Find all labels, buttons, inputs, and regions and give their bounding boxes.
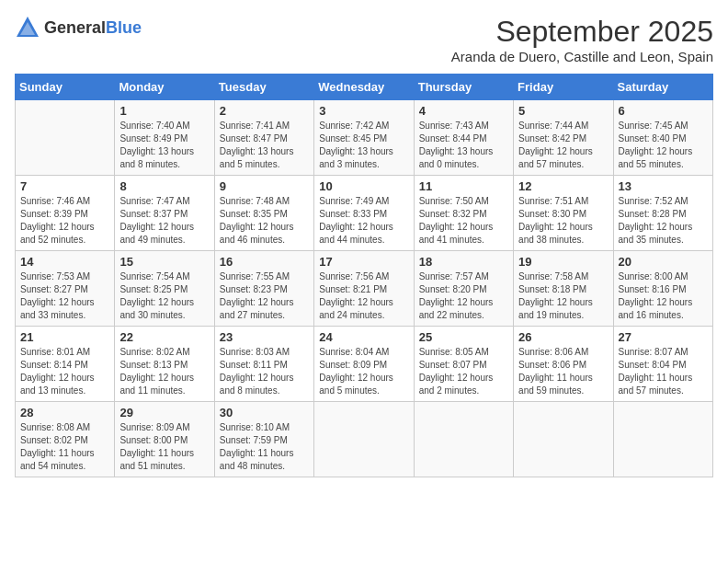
day-info: Sunrise: 7:58 AMSunset: 8:18 PMDaylight:…: [518, 270, 608, 322]
calendar-cell: [414, 402, 513, 477]
location: Aranda de Duero, Castille and Leon, Spai…: [451, 49, 713, 64]
col-header-saturday: Saturday: [613, 75, 712, 100]
calendar-cell: 1Sunrise: 7:40 AMSunset: 8:49 PMDaylight…: [115, 100, 214, 176]
day-info: Sunrise: 8:10 AMSunset: 7:59 PMDaylight:…: [220, 421, 309, 473]
day-info: Sunrise: 7:55 AMSunset: 8:23 PMDaylight:…: [220, 270, 309, 322]
logo-icon: [15, 15, 40, 40]
day-number: 18: [419, 255, 508, 269]
calendar-cell: 24Sunrise: 8:04 AMSunset: 8:09 PMDayligh…: [314, 327, 414, 402]
day-info: Sunrise: 7:45 AMSunset: 8:40 PMDaylight:…: [619, 120, 708, 171]
day-number: 15: [119, 255, 209, 269]
page-header: GeneralBlue September 2025 Aranda de Due…: [15, 15, 713, 64]
day-number: 27: [619, 330, 708, 344]
day-number: 28: [20, 406, 109, 419]
day-number: 8: [119, 179, 209, 193]
calendar-cell: 16Sunrise: 7:55 AMSunset: 8:23 PMDayligh…: [214, 251, 313, 327]
calendar-cell: 9Sunrise: 7:48 AMSunset: 8:35 PMDaylight…: [214, 176, 313, 251]
day-info: Sunrise: 7:47 AMSunset: 8:37 PMDaylight:…: [119, 195, 209, 247]
calendar-cell: [314, 402, 414, 477]
day-info: Sunrise: 7:52 AMSunset: 8:28 PMDaylight:…: [619, 195, 708, 247]
day-number: 12: [518, 179, 608, 193]
day-number: 3: [319, 104, 408, 118]
calendar-cell: [613, 402, 712, 477]
calendar-cell: 17Sunrise: 7:56 AMSunset: 8:21 PMDayligh…: [314, 251, 414, 327]
day-number: 23: [220, 330, 309, 344]
day-info: Sunrise: 7:51 AMSunset: 8:30 PMDaylight:…: [518, 195, 608, 247]
col-header-sunday: Sunday: [16, 75, 115, 100]
week-row-4: 21Sunrise: 8:01 AMSunset: 8:14 PMDayligh…: [16, 327, 713, 402]
calendar-cell: 18Sunrise: 7:57 AMSunset: 8:20 PMDayligh…: [414, 251, 513, 327]
day-info: Sunrise: 7:49 AMSunset: 8:33 PMDaylight:…: [319, 195, 408, 247]
day-info: Sunrise: 7:48 AMSunset: 8:35 PMDaylight:…: [220, 195, 309, 247]
day-number: 6: [619, 104, 708, 118]
header-row: SundayMondayTuesdayWednesdayThursdayFrid…: [16, 75, 713, 100]
day-info: Sunrise: 8:02 AMSunset: 8:13 PMDaylight:…: [119, 346, 209, 397]
calendar-cell: 19Sunrise: 7:58 AMSunset: 8:18 PMDayligh…: [514, 251, 613, 327]
day-number: 29: [119, 406, 209, 419]
calendar-cell: 3Sunrise: 7:42 AMSunset: 8:45 PMDaylight…: [314, 100, 414, 176]
day-number: 21: [20, 330, 109, 344]
col-header-monday: Monday: [115, 75, 214, 100]
day-info: Sunrise: 8:03 AMSunset: 8:11 PMDaylight:…: [220, 346, 309, 397]
day-number: 9: [220, 179, 309, 193]
day-info: Sunrise: 7:50 AMSunset: 8:32 PMDaylight:…: [419, 195, 508, 247]
day-number: 17: [319, 255, 408, 269]
day-info: Sunrise: 8:05 AMSunset: 8:07 PMDaylight:…: [419, 346, 508, 397]
day-info: Sunrise: 7:46 AMSunset: 8:39 PMDaylight:…: [20, 195, 109, 247]
calendar-cell: 4Sunrise: 7:43 AMSunset: 8:44 PMDaylight…: [414, 100, 513, 176]
day-number: 10: [319, 179, 408, 193]
week-row-5: 28Sunrise: 8:08 AMSunset: 8:02 PMDayligh…: [16, 402, 713, 477]
day-info: Sunrise: 8:08 AMSunset: 8:02 PMDaylight:…: [20, 421, 109, 473]
day-number: 25: [419, 330, 508, 344]
day-info: Sunrise: 8:09 AMSunset: 8:00 PMDaylight:…: [119, 421, 209, 473]
calendar-cell: 10Sunrise: 7:49 AMSunset: 8:33 PMDayligh…: [314, 176, 414, 251]
day-info: Sunrise: 8:06 AMSunset: 8:06 PMDaylight:…: [518, 346, 608, 397]
calendar-cell: [514, 402, 613, 477]
calendar-cell: 15Sunrise: 7:54 AMSunset: 8:25 PMDayligh…: [115, 251, 214, 327]
day-info: Sunrise: 7:40 AMSunset: 8:49 PMDaylight:…: [119, 120, 209, 171]
day-number: 4: [419, 104, 508, 118]
day-number: 30: [220, 406, 309, 419]
calendar-cell: 11Sunrise: 7:50 AMSunset: 8:32 PMDayligh…: [414, 176, 513, 251]
calendar-cell: 28Sunrise: 8:08 AMSunset: 8:02 PMDayligh…: [16, 402, 115, 477]
calendar-cell: 21Sunrise: 8:01 AMSunset: 8:14 PMDayligh…: [16, 327, 115, 402]
day-number: 7: [20, 179, 109, 193]
day-info: Sunrise: 7:57 AMSunset: 8:20 PMDaylight:…: [419, 270, 508, 322]
calendar-cell: 25Sunrise: 8:05 AMSunset: 8:07 PMDayligh…: [414, 327, 513, 402]
week-row-2: 7Sunrise: 7:46 AMSunset: 8:39 PMDaylight…: [16, 176, 713, 251]
calendar-cell: 23Sunrise: 8:03 AMSunset: 8:11 PMDayligh…: [214, 327, 313, 402]
day-info: Sunrise: 7:56 AMSunset: 8:21 PMDaylight:…: [319, 270, 408, 322]
calendar-cell: 26Sunrise: 8:06 AMSunset: 8:06 PMDayligh…: [514, 327, 613, 402]
week-row-3: 14Sunrise: 7:53 AMSunset: 8:27 PMDayligh…: [16, 251, 713, 327]
day-info: Sunrise: 7:43 AMSunset: 8:44 PMDaylight:…: [419, 120, 508, 171]
calendar-cell: 22Sunrise: 8:02 AMSunset: 8:13 PMDayligh…: [115, 327, 214, 402]
day-number: 16: [220, 255, 309, 269]
day-number: 22: [119, 330, 209, 344]
logo-text: GeneralBlue: [44, 18, 142, 38]
calendar-table: SundayMondayTuesdayWednesdayThursdayFrid…: [15, 74, 713, 477]
day-number: 24: [319, 330, 408, 344]
day-number: 1: [119, 104, 209, 118]
day-info: Sunrise: 7:41 AMSunset: 8:47 PMDaylight:…: [220, 120, 309, 171]
day-number: 11: [419, 179, 508, 193]
calendar-cell: 29Sunrise: 8:09 AMSunset: 8:00 PMDayligh…: [115, 402, 214, 477]
logo: GeneralBlue: [15, 15, 142, 40]
calendar-cell: 30Sunrise: 8:10 AMSunset: 7:59 PMDayligh…: [214, 402, 313, 477]
day-info: Sunrise: 7:54 AMSunset: 8:25 PMDaylight:…: [119, 270, 209, 322]
logo-general: General: [44, 18, 106, 37]
calendar-cell: 13Sunrise: 7:52 AMSunset: 8:28 PMDayligh…: [613, 176, 712, 251]
day-info: Sunrise: 7:44 AMSunset: 8:42 PMDaylight:…: [518, 120, 608, 171]
month-year: September 2025: [451, 15, 713, 49]
calendar-cell: 12Sunrise: 7:51 AMSunset: 8:30 PMDayligh…: [514, 176, 613, 251]
calendar-cell: 20Sunrise: 8:00 AMSunset: 8:16 PMDayligh…: [613, 251, 712, 327]
day-number: 19: [518, 255, 608, 269]
col-header-wednesday: Wednesday: [314, 75, 414, 100]
day-number: 26: [518, 330, 608, 344]
calendar-cell: 2Sunrise: 7:41 AMSunset: 8:47 PMDaylight…: [214, 100, 313, 176]
day-number: 13: [619, 179, 708, 193]
day-number: 20: [619, 255, 708, 269]
title-block: September 2025 Aranda de Duero, Castille…: [451, 15, 713, 64]
col-header-tuesday: Tuesday: [214, 75, 313, 100]
col-header-friday: Friday: [514, 75, 613, 100]
calendar-cell: 27Sunrise: 8:07 AMSunset: 8:04 PMDayligh…: [613, 327, 712, 402]
